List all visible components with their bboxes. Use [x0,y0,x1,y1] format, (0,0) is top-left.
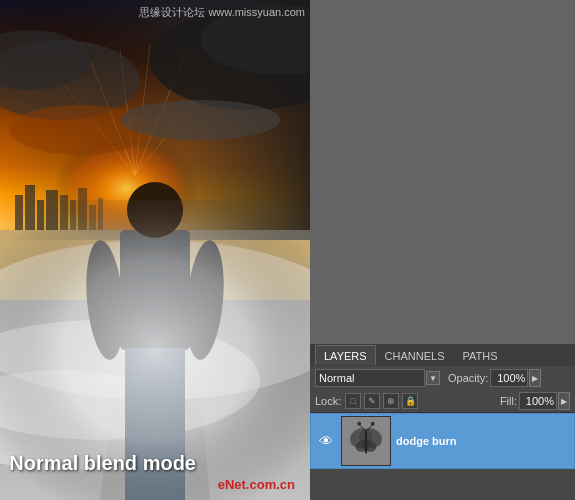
tab-channels[interactable]: CHANNELS [376,345,454,365]
opacity-arrow-btn[interactable]: ▶ [529,369,541,387]
svg-point-14 [120,100,280,140]
lock-pixels-btn[interactable]: ✎ [364,393,380,409]
layers-panel: LAYERS CHANNELS PATHS Normal Multiply Sc… [310,344,575,469]
ps-gray-area [310,0,575,344]
layer-name-label: dodge burn [396,435,457,447]
top-watermark: 思缘设计论坛 www.missyuan.com [139,5,305,20]
opacity-input[interactable] [490,369,528,387]
lock-row: Lock: □ ✎ ⊕ 🔒 Fill: ▶ [310,390,575,412]
tab-layers[interactable]: LAYERS [315,345,376,365]
main-image-area: Normal blend mode 思缘设计论坛 www.missyuan.co… [0,0,310,500]
lock-all-btn[interactable]: 🔒 [402,393,418,409]
blend-mode-row: Normal Multiply Screen Overlay ▼ Opacity… [310,366,575,390]
right-panel: LAYERS CHANNELS PATHS Normal Multiply Sc… [310,0,575,500]
lock-transparent-btn[interactable]: □ [345,393,361,409]
lock-label: Lock: [315,395,341,407]
svg-point-56 [371,422,375,426]
layer-thumbnail [341,416,391,466]
blend-mode-label: Normal blend mode [9,452,196,475]
tab-paths[interactable]: PATHS [454,345,507,365]
thumb-inner [342,417,390,465]
thumb-svg [342,416,390,466]
layer-row[interactable]: 👁 [310,413,575,469]
layer-visibility-icon[interactable]: 👁 [316,431,336,451]
blend-dropdown-arrow[interactable]: ▼ [426,371,440,385]
opacity-label: Opacity: [448,372,488,384]
fill-label: Fill: [500,395,517,407]
fill-input[interactable] [519,392,557,410]
svg-point-55 [357,422,361,426]
tab-bar: LAYERS CHANNELS PATHS [310,344,575,366]
lock-icons: □ ✎ ⊕ 🔒 [345,393,418,409]
blend-mode-select[interactable]: Normal Multiply Screen Overlay [315,369,425,387]
enet-watermark: eNet.com.cn [218,477,295,492]
fill-arrow-btn[interactable]: ▶ [558,392,570,410]
lock-position-btn[interactable]: ⊕ [383,393,399,409]
scene-svg [0,0,310,500]
